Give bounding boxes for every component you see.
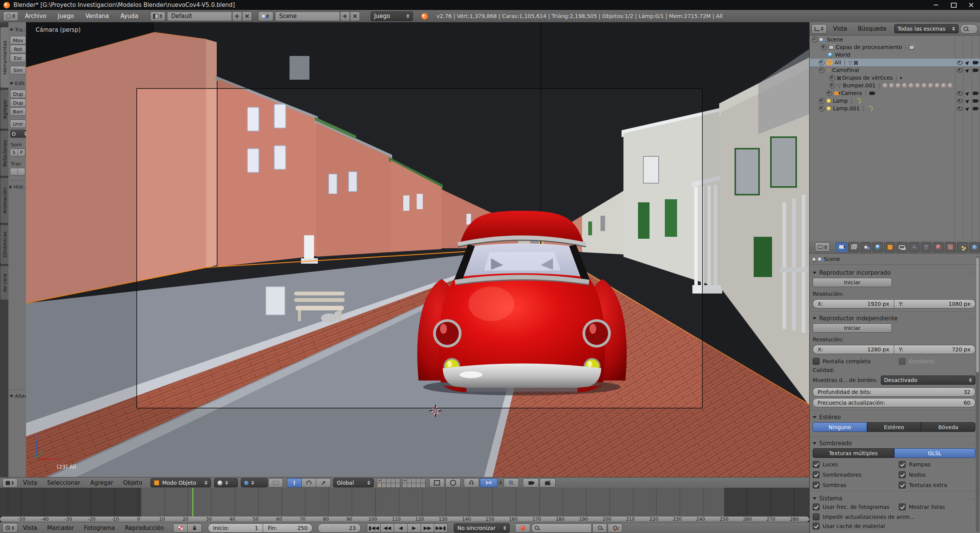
tab-physics[interactable] [969, 242, 980, 252]
multitexture-button[interactable]: Texturas múltiples [813, 448, 894, 458]
restrict-anim-checkbox[interactable] [813, 513, 820, 520]
properties-scrollbar[interactable] [976, 256, 979, 532]
renderability-icon[interactable] [973, 107, 978, 110]
panel-standalone-player[interactable]: Reproductor independiente:::: [813, 315, 975, 322]
panel-shading[interactable]: Sombreado:::: [813, 440, 975, 447]
expand-icon[interactable] [821, 44, 827, 50]
outliner-row-renderlayers[interactable]: Capas de procesamiento| [810, 43, 980, 51]
outliner-filter-select[interactable]: Todas las escenas [894, 24, 959, 33]
move-button[interactable]: Mov [10, 36, 26, 44]
manipulator-scale-button[interactable] [316, 478, 331, 487]
manipulator-translate-button[interactable] [287, 478, 302, 487]
bit-depth-slider[interactable]: Profundidad de bits:32 [813, 387, 975, 397]
standalone-start-button[interactable]: Iniciar [813, 323, 892, 333]
expand-icon[interactable] [829, 83, 835, 89]
stereo-stereo-button[interactable]: Estéreo [867, 422, 921, 432]
renderability-icon[interactable] [973, 61, 978, 64]
panel-stereo[interactable]: Estéreo:::: [813, 414, 975, 421]
outliner-row-lamp[interactable]: Lamp| [810, 97, 980, 105]
outliner-search-input[interactable] [960, 24, 978, 34]
maximize-button[interactable] [945, 0, 962, 10]
expand-icon[interactable] [819, 98, 825, 104]
renderability-icon[interactable] [973, 69, 978, 72]
renderability-icon[interactable] [973, 92, 978, 95]
embedded-res-y[interactable]: Y:1080 px [894, 299, 975, 308]
expand-icon[interactable] [819, 60, 825, 66]
properties-editor-type-button[interactable] [815, 242, 830, 252]
scene-icon-button[interactable] [258, 11, 273, 21]
embedded-start-button[interactable]: Iniciar [813, 278, 892, 287]
insert-keyframe-button[interactable] [592, 523, 607, 533]
snap-element-button[interactable] [480, 478, 497, 487]
tab-herramientas[interactable]: Herramientas [0, 27, 9, 88]
stereo-none-button[interactable]: Ninguno [813, 422, 867, 432]
delete-button[interactable]: Borr [10, 107, 26, 116]
preview-range-button[interactable] [173, 523, 188, 533]
expand-icon[interactable] [819, 106, 825, 112]
panel-transform-header[interactable]: Tra... [10, 27, 26, 33]
ramps-checkbox[interactable] [899, 461, 906, 468]
view3d-editor-type-button[interactable] [2, 478, 18, 488]
use-framerate-checkbox[interactable] [813, 503, 820, 510]
timeline-menu-marcador[interactable]: Marcador [43, 525, 79, 531]
menu-ventana[interactable]: Ventana [80, 13, 114, 20]
glsl-button[interactable]: GLSL [894, 448, 976, 458]
manipulate-centers-button[interactable] [268, 478, 283, 487]
fullscreen-checkbox[interactable] [813, 358, 820, 365]
tab-animacion[interactable]: Animación [0, 177, 9, 223]
outliner-row-lamp001[interactable]: Lamp.001| [810, 105, 980, 112]
standalone-res-x[interactable]: X:1280 px [813, 345, 894, 354]
delete-keyframe-button[interactable] [608, 523, 622, 533]
outliner-row-scene[interactable]: Scene [810, 36, 980, 43]
expand-icon[interactable] [829, 75, 835, 81]
tran-button-1[interactable] [10, 168, 18, 175]
lock-range-button[interactable] [188, 523, 202, 533]
engine-select[interactable]: Juego [371, 11, 413, 21]
tab-object[interactable] [884, 242, 895, 252]
tran-button-2[interactable] [18, 168, 26, 175]
panel-edit-header[interactable]: Edit... [10, 80, 26, 86]
outliner-menu-vista[interactable]: Vista [828, 25, 852, 32]
menu-objeto[interactable]: Objeto [119, 479, 147, 486]
play-reverse-button[interactable]: ◀ [394, 523, 407, 533]
duplicate-linked-button[interactable]: Dup [10, 98, 26, 107]
frame-start-field[interactable]: Inicio:1 [208, 523, 263, 533]
tab-lapiz-de-cera[interactable]: de cera [0, 266, 9, 300]
outliner-editor-type-button[interactable] [811, 24, 827, 34]
outliner-row-bumper[interactable]: ▽ Bumper.001| [810, 82, 980, 89]
timeline-ruler[interactable]: -50-40-30-20-100102030405060708090100110… [0, 517, 809, 522]
render-opengl-anim-button[interactable] [540, 478, 556, 487]
menu-agregar[interactable]: Agregar [86, 479, 118, 486]
menu-ayuda[interactable]: Ayuda [116, 13, 143, 20]
menu-juego[interactable]: Juego [53, 13, 79, 20]
timeline-menu-reproduccion[interactable]: Reproducción [120, 525, 169, 531]
expand-icon[interactable] [826, 90, 832, 96]
scene-field[interactable]: Scene [275, 11, 340, 21]
join-button[interactable]: Unir [10, 120, 26, 128]
selectability-icon[interactable] [965, 60, 970, 65]
frame-end-field[interactable]: Fin:250 [263, 523, 312, 533]
panel-history-header[interactable]: Hist... [10, 184, 26, 190]
smooth-button[interactable]: S [10, 149, 18, 156]
lock-to-scene-button[interactable] [429, 478, 445, 487]
selectability-icon[interactable] [965, 98, 970, 103]
prev-keyframe-button[interactable]: ◀◀ [381, 523, 394, 533]
extra-textures-checkbox[interactable] [899, 482, 906, 489]
timeline-menu-fotograma[interactable]: Fotograma [79, 525, 119, 531]
tab-agregar[interactable]: Agregar [0, 89, 9, 129]
visibility-icon[interactable] [957, 68, 963, 72]
selectability-icon[interactable] [965, 67, 970, 72]
scale-button[interactable]: Esc [10, 54, 26, 62]
remove-scene-button[interactable] [350, 11, 360, 21]
aa-select[interactable]: Desactivado [881, 376, 975, 385]
sim-button[interactable]: Sim [10, 66, 26, 74]
layers-widget[interactable] [377, 478, 425, 488]
rotate-button[interactable]: Rot [10, 45, 26, 53]
outliner-row-carrofinal[interactable]: ▽ CarroFinal [810, 66, 980, 74]
pin-icon[interactable] [813, 258, 815, 261]
outliner-row-world[interactable]: World [810, 51, 980, 59]
timeline-menu-vista[interactable]: Vista [18, 525, 42, 531]
tab-data[interactable]: ▽ [921, 242, 932, 252]
show-lists-checkbox[interactable] [899, 503, 906, 510]
tab-world[interactable] [872, 242, 883, 252]
